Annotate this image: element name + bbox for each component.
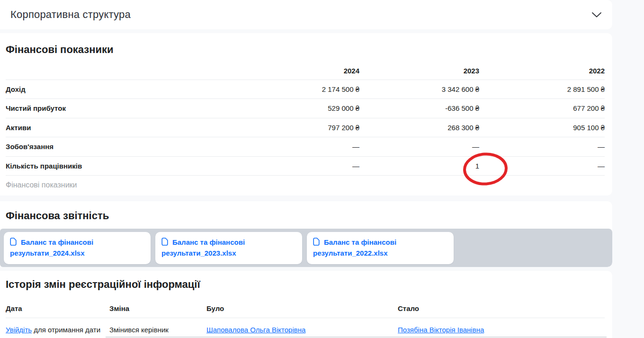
table-row-net-profit: Чистий прибуток 529 000 ₴ -636 500 ₴ 677… [6,99,605,118]
value-cell: -636 500 ₴ [359,99,479,118]
document-icon [161,238,168,246]
file-name: Баланс та фінансові результати_2022.xlsx [313,238,396,257]
file-link-2024[interactable]: Баланс та фінансові результати_2024.xlsx [10,238,93,257]
file-card-2022[interactable]: Баланс та фінансові результати_2022.xlsx [307,232,454,264]
document-icon [10,238,17,246]
history-row: Увійдітьдля отримання дати та часу Зміни… [6,318,605,338]
year-header-2022: 2022 [479,62,605,80]
value-cell: — [479,156,605,176]
chevron-down-icon[interactable] [591,12,602,18]
value-cell: 797 200 ₴ [219,118,359,137]
row-label: Чистий прибуток [6,99,219,118]
value-cell: 2 174 500 ₴ [219,80,359,99]
registration-history-section: Історія змін реєстраційної інформації Да… [0,271,612,338]
became-cell: Позябіна Вікторія Іванівна [398,324,605,338]
table-row-liabilities: Зобов'язання — — — [6,137,605,157]
section-title: Корпоративна структура [10,9,131,21]
table-row-assets: Активи 797 200 ₴ 268 300 ₴ 905 100 ₴ [6,118,605,137]
row-label: Активи [6,118,219,137]
financial-reports-section: Фінансова звітність Баланс та фінансові … [0,201,612,267]
empty-header-cell [6,62,219,80]
row-label: Зобов'язання [6,137,219,157]
file-link-2023[interactable]: Баланс та фінансові результати_2023.xlsx [161,238,245,257]
column-header-became: Стало [398,304,605,312]
date-note-line2: та часу [6,336,109,338]
table-row-employees: Кількість працівників — 1 — [6,156,605,176]
value-cell: 268 300 ₴ [359,118,479,137]
file-card-2024[interactable]: Баланс та фінансові результати_2024.xlsx [4,232,151,264]
value-cell-circled: 1 [359,156,479,176]
value-cell: — [219,156,359,176]
column-header-was: Було [206,304,398,312]
date-note: для отримання дати [34,326,100,334]
row-label: Дохід [6,80,219,99]
financial-reports-title: Фінансова звітність [0,201,612,222]
file-card-2023[interactable]: Баланс та фінансові результати_2023.xlsx [155,232,302,264]
year-header-2023: 2023 [359,62,479,80]
file-name: Баланс та фінансові результати_2023.xlsx [161,238,245,257]
was-cell: Шаповалова Ольга Вікторівна [206,324,398,338]
person-link-became[interactable]: Позябіна Вікторія Іванівна [398,326,484,334]
file-strip: Баланс та фінансові результати_2024.xlsx… [0,229,612,267]
date-cell: Увійдітьдля отримання дати та часу [6,324,109,338]
change-cell: Змінився керівник [109,324,206,338]
registration-history-title: Історія змін реєстраційної інформації [6,271,605,291]
financial-indicators-title: Фінансові показники [6,33,605,56]
financial-indicators-section: Фінансові показники 2024 2023 2022 Дохід… [0,33,612,196]
row-divider [106,337,607,338]
table-row-income: Дохід 2 174 500 ₴ 3 342 600 ₴ 2 891 500 … [6,80,605,99]
value-cell: 905 100 ₴ [479,118,605,137]
year-header-2024: 2024 [219,62,359,80]
row-label: Кількість працівників [6,156,219,176]
file-name: Баланс та фінансові результати_2024.xlsx [10,238,93,257]
value-cell: 2 891 500 ₴ [479,80,605,99]
history-header-row: Дата Зміна Було Стало [6,304,605,318]
value-cell: — [479,137,605,157]
section-header-corporate-structure[interactable]: Корпоративна структура [0,0,612,29]
column-header-change: Зміна [109,304,206,312]
person-link-was[interactable]: Шаповалова Ольга Вікторівна [206,326,305,334]
value-cell: 529 000 ₴ [219,99,359,118]
table-footer-caption: Фінансові показники [6,176,605,195]
value-cell: — [219,137,359,157]
file-link-2022[interactable]: Баланс та фінансові результати_2022.xlsx [313,238,396,257]
financial-indicators-table: 2024 2023 2022 Дохід 2 174 500 ₴ 3 342 6… [6,62,605,176]
column-header-date: Дата [6,304,109,312]
value-cell: 3 342 600 ₴ [359,80,479,99]
document-icon [313,238,320,246]
year-header-row: 2024 2023 2022 [6,62,605,80]
value-cell: 677 200 ₴ [479,99,605,118]
value-cell: — [359,137,479,157]
login-link[interactable]: Увійдіть [6,326,32,334]
